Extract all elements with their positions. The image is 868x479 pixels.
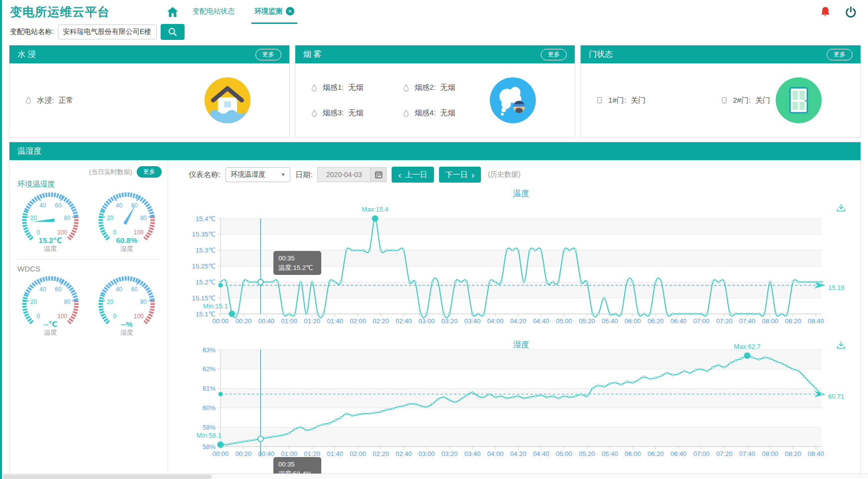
station-name-input[interactable] bbox=[58, 24, 157, 39]
svg-text:03:00: 03:00 bbox=[419, 317, 435, 325]
gauge-wdcs-temperature: 020406080100--℃温度 bbox=[12, 273, 88, 341]
svg-text:05:20: 05:20 bbox=[579, 450, 595, 458]
svg-text:07:20: 07:20 bbox=[716, 450, 733, 458]
svg-text:03:00: 03:00 bbox=[419, 450, 435, 458]
svg-text:61%: 61% bbox=[203, 385, 216, 392]
svg-text:05:20: 05:20 bbox=[579, 317, 595, 325]
next-day-button[interactable]: 下一日 › bbox=[439, 167, 481, 183]
gauge-group-label-wdcs: WDCS bbox=[17, 259, 160, 273]
svg-text:02:00: 02:00 bbox=[350, 450, 366, 458]
water-house-icon bbox=[204, 76, 251, 124]
svg-text:20: 20 bbox=[30, 215, 37, 222]
panel-body: (当日实时数据) 更多 环境温湿度 02040608010015.2℃温度 02… bbox=[9, 160, 861, 478]
tab-label: 变配电站状态 bbox=[193, 7, 234, 16]
more-button[interactable]: 更多 bbox=[541, 49, 567, 60]
status-label: 水浸: bbox=[37, 96, 54, 105]
humidity-chart[interactable]: 63%62%61%60%59%58%00:0000:2000:4001:0001… bbox=[171, 327, 860, 478]
svg-text:100: 100 bbox=[57, 313, 67, 320]
svg-text:06:20: 06:20 bbox=[648, 317, 664, 325]
svg-text:15.35℃: 15.35℃ bbox=[192, 231, 216, 238]
svg-text:--℃: --℃ bbox=[43, 320, 57, 328]
svg-text:15.2℃: 15.2℃ bbox=[196, 278, 216, 286]
meter-select[interactable]: 环境温湿度 ▼ bbox=[225, 167, 290, 182]
svg-text:80: 80 bbox=[64, 215, 71, 222]
tab-label: 环境监测 bbox=[254, 7, 282, 16]
calendar-icon bbox=[375, 171, 383, 179]
card-body: 水浸: 正常 bbox=[9, 63, 289, 137]
tab-substation-status[interactable]: 变配电站状态 bbox=[190, 0, 237, 24]
date-input[interactable]: 2020-04-03 bbox=[317, 167, 370, 182]
realtime-note: (当日实时数据) bbox=[89, 168, 132, 177]
more-button[interactable]: 更多 bbox=[827, 49, 853, 60]
svg-text:温度: 温度 bbox=[513, 189, 529, 198]
alarm-bell-icon[interactable] bbox=[819, 6, 832, 18]
svg-text:02:20: 02:20 bbox=[373, 450, 389, 458]
gauge-row: 020406080100--℃温度 020406080100--%湿度 bbox=[9, 273, 168, 341]
svg-text:15.4℃: 15.4℃ bbox=[196, 215, 216, 223]
temp-humidity-panel: 温湿度 (当日实时数据) 更多 环境温湿度 02040608010015.2℃温… bbox=[9, 142, 861, 479]
panel-header: 温湿度 bbox=[9, 142, 861, 160]
svg-text:Min:15.1: Min:15.1 bbox=[203, 302, 228, 310]
svg-text:60: 60 bbox=[55, 286, 62, 293]
flame-icon bbox=[310, 84, 318, 92]
download-icon[interactable] bbox=[838, 342, 845, 348]
scrollbar-thumb[interactable] bbox=[2, 475, 212, 479]
card-body: 烟感1: 无烟 烟感2: 无烟 烟感3: 无烟 烟感4: 无烟 bbox=[295, 63, 575, 137]
status-label: 烟感3: bbox=[323, 108, 344, 118]
search-button[interactable] bbox=[161, 24, 185, 40]
svg-text:40: 40 bbox=[39, 202, 46, 209]
chevron-right-icon: › bbox=[471, 170, 474, 180]
svg-text:07:00: 07:00 bbox=[693, 450, 710, 458]
temperature-chart[interactable]: 15.4℃15.35℃15.3℃15.25℃15.2℃15.15℃15.1℃00… bbox=[171, 185, 860, 327]
svg-text:02:00: 02:00 bbox=[350, 317, 366, 325]
svg-text:80: 80 bbox=[64, 298, 71, 305]
flame-icon bbox=[402, 84, 410, 92]
calendar-button[interactable] bbox=[370, 167, 387, 182]
svg-text:63%: 63% bbox=[203, 346, 216, 354]
card-header: 门状态 更多 bbox=[581, 45, 861, 63]
status-item: 烟感3: 无烟 bbox=[310, 108, 397, 118]
power-logout-icon[interactable] bbox=[845, 6, 857, 18]
door-icon bbox=[720, 96, 728, 104]
gauges-more-button[interactable]: 更多 bbox=[137, 166, 162, 178]
top-bar: 变电所运维云平台 变配电站状态 环境监测 ✕ bbox=[2, 0, 868, 24]
previous-day-button[interactable]: ‹ 上一日 bbox=[392, 167, 434, 183]
svg-text:00:40: 00:40 bbox=[258, 317, 275, 325]
chart-column: 仪表名称: 环境温湿度 ▼ 日期: 2020-04-03 ‹ 上一日 bbox=[168, 160, 861, 478]
card-title: 烟 雾 bbox=[303, 49, 321, 60]
top-right-actions bbox=[819, 0, 860, 24]
card-body: 1#门: 关门 2#门: 关门 bbox=[581, 63, 861, 137]
svg-text:100: 100 bbox=[134, 313, 144, 320]
svg-text:温度: 温度 bbox=[44, 245, 57, 252]
home-button[interactable] bbox=[167, 6, 179, 17]
gauge-row: 02040608010015.2℃温度 02040608010060.8%湿度 bbox=[9, 189, 168, 257]
svg-text:03:20: 03:20 bbox=[441, 317, 458, 325]
svg-text:温度: 温度 bbox=[44, 329, 57, 336]
search-icon bbox=[168, 27, 178, 37]
svg-text:03:20: 03:20 bbox=[441, 450, 458, 458]
svg-text:Min:58.1: Min:58.1 bbox=[197, 432, 221, 439]
svg-text:06:00: 06:00 bbox=[625, 450, 641, 458]
svg-text:80: 80 bbox=[140, 215, 147, 222]
chevron-down-icon: ▼ bbox=[281, 172, 285, 177]
svg-text:60.8%: 60.8% bbox=[116, 236, 138, 244]
more-button[interactable]: 更多 bbox=[255, 49, 281, 60]
status-items: 烟感1: 无烟 烟感2: 无烟 烟感3: 无烟 烟感4: 无烟 bbox=[310, 78, 489, 122]
svg-text:100: 100 bbox=[134, 229, 144, 236]
tab-environment-monitoring[interactable]: 环境监测 ✕ bbox=[251, 0, 297, 24]
svg-text:00:20: 00:20 bbox=[235, 450, 252, 458]
date-label: 日期: bbox=[295, 170, 312, 180]
svg-text:08:00: 08:00 bbox=[762, 317, 778, 325]
svg-text:01:20: 01:20 bbox=[304, 450, 320, 458]
svg-text:00:00: 00:00 bbox=[213, 317, 229, 325]
status-label: 烟感2: bbox=[415, 83, 436, 92]
svg-text:15.19: 15.19 bbox=[828, 284, 845, 291]
svg-text:100: 100 bbox=[57, 229, 67, 236]
svg-text:0: 0 bbox=[113, 313, 117, 320]
status-items: 1#门: 关门 2#门: 关门 bbox=[596, 91, 775, 110]
download-icon[interactable] bbox=[838, 205, 845, 211]
horizontal-scrollbar bbox=[2, 474, 868, 479]
search-bar: 变配电站名称: bbox=[2, 24, 868, 45]
svg-text:07:40: 07:40 bbox=[739, 450, 756, 458]
tab-close-icon[interactable]: ✕ bbox=[286, 7, 294, 15]
